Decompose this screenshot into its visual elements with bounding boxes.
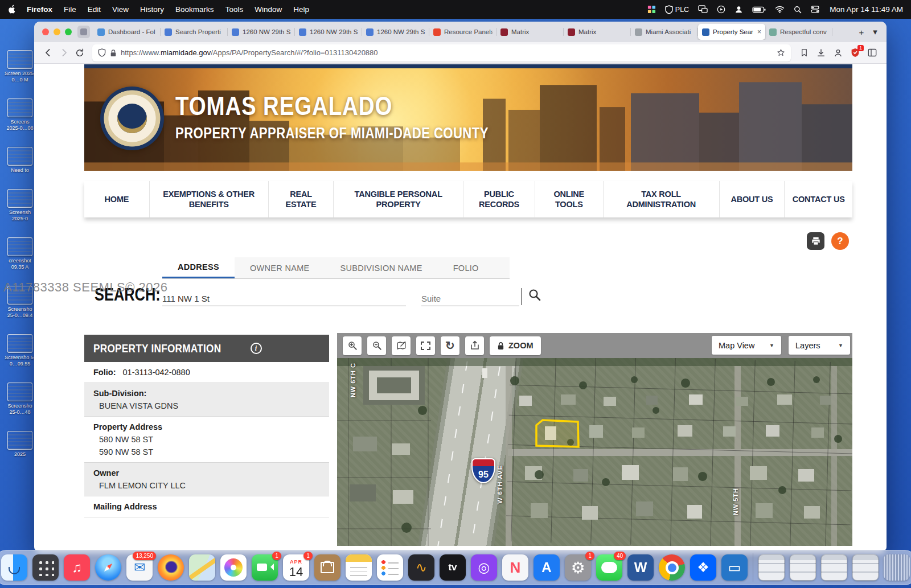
dock-chrome[interactable] xyxy=(659,554,685,581)
dock-photos[interactable] xyxy=(220,554,247,581)
print-button[interactable] xyxy=(807,232,824,250)
apple-menu-icon[interactable] xyxy=(8,5,17,15)
map-zoom-lock-button[interactable]: ZOOM xyxy=(490,336,541,355)
tab-subdivision-name[interactable]: SUBDIVISION NAME xyxy=(325,257,438,278)
nav-online-tools[interactable]: ONLINE TOOLS xyxy=(535,181,604,217)
browser-tab[interactable]: Resource Panels xyxy=(429,24,496,40)
desktop-file[interactable]: Screens 2025-0…08 xyxy=(3,98,36,131)
nav-exemptions[interactable]: EXEMPTIONS & OTHER BENEFITS xyxy=(150,181,269,217)
selected-parcel-outline[interactable] xyxy=(536,420,578,447)
control-center-icon[interactable] xyxy=(811,6,819,13)
file-thumbnail[interactable] xyxy=(7,383,32,401)
menu-tools[interactable]: Tools xyxy=(225,5,244,14)
dock-dropbox[interactable]: ❖ xyxy=(690,554,716,581)
dock-settings[interactable]: 1⚙ xyxy=(565,554,591,581)
bookmark-star-icon[interactable] xyxy=(777,48,785,57)
back-button[interactable] xyxy=(40,45,56,61)
battery-icon[interactable] xyxy=(752,6,766,13)
suite-input[interactable] xyxy=(421,291,519,306)
user-menu-icon[interactable] xyxy=(734,5,743,14)
aerial-map[interactable]: 95 NW 6TH C W 6TH AVE NW 5TH xyxy=(337,358,852,546)
wifi-icon[interactable] xyxy=(775,6,785,13)
nav-about-us[interactable]: ABOUT US xyxy=(720,181,785,217)
search-submit-icon[interactable] xyxy=(528,288,541,304)
dock-mail[interactable]: 13,250✉ xyxy=(126,554,153,581)
tab-close-icon[interactable]: × xyxy=(757,28,761,36)
file-thumbnail[interactable] xyxy=(7,147,32,166)
dock-podcasts[interactable]: ◎ xyxy=(471,554,497,581)
shield-menu-icon[interactable]: PLC xyxy=(665,5,689,14)
dock-app-store[interactable]: A xyxy=(534,554,560,581)
nav-home[interactable]: HOME xyxy=(84,181,150,217)
dock-minimized-window[interactable] xyxy=(852,554,879,581)
map-zoom-in-button[interactable] xyxy=(343,336,362,355)
file-thumbnail[interactable] xyxy=(7,334,32,353)
desktop-file[interactable]: Screen 2025-0…0 M xyxy=(3,50,36,83)
dock-remote-display[interactable]: ▭ xyxy=(721,554,748,581)
tab-owner-name[interactable]: OWNER NAME xyxy=(235,257,325,278)
nav-tangible-personal-property[interactable]: TANGIBLE PERSONAL PROPERTY xyxy=(334,181,463,217)
menu-help[interactable]: Help xyxy=(293,5,309,14)
minimize-window-button[interactable] xyxy=(54,28,60,35)
desktop-file[interactable]: Screensho 25-0…48 xyxy=(3,383,36,416)
browser-tab[interactable]: Search Properti xyxy=(161,24,228,40)
file-thumbnail[interactable] xyxy=(7,50,32,69)
browser-tab[interactable]: Matrix xyxy=(496,24,564,40)
nav-contact-us[interactable]: CONTACT US xyxy=(785,181,852,217)
reload-button[interactable] xyxy=(72,45,88,61)
help-button[interactable]: ? xyxy=(831,232,849,250)
lock-icon[interactable] xyxy=(110,49,117,57)
dock-news[interactable]: N xyxy=(502,554,528,581)
nav-tax-roll-administration[interactable]: TAX ROLL ADMINISTRATION xyxy=(604,181,720,217)
map-zoom-out-button[interactable] xyxy=(367,336,386,355)
address-search-input[interactable] xyxy=(162,291,406,306)
menu-window[interactable]: Window xyxy=(255,5,282,14)
dock-finder[interactable] xyxy=(1,554,27,581)
browser-tab-active[interactable]: Property Sear× xyxy=(698,24,765,40)
dock-reminders[interactable] xyxy=(377,554,403,581)
account-icon[interactable] xyxy=(830,44,847,61)
dock-messages[interactable]: 40 xyxy=(596,554,622,581)
menu-history[interactable]: History xyxy=(140,5,164,14)
downloads-icon[interactable] xyxy=(812,44,830,61)
file-thumbnail[interactable] xyxy=(7,431,32,450)
nav-public-records[interactable]: PUBLIC RECORDS xyxy=(463,181,535,217)
firefox-view-button[interactable] xyxy=(77,26,90,38)
dock-minimized-window[interactable] xyxy=(790,554,816,581)
forward-button[interactable] xyxy=(56,45,72,61)
menu-edit[interactable]: Edit xyxy=(88,5,101,14)
dock-minimized-window[interactable] xyxy=(821,554,847,581)
map-refresh-button[interactable]: ↻ xyxy=(441,336,459,355)
screen-mirroring-menu-icon[interactable] xyxy=(698,5,708,14)
file-thumbnail[interactable] xyxy=(7,98,32,117)
dock-music[interactable]: ♫ xyxy=(64,554,90,581)
file-thumbnail[interactable] xyxy=(7,286,32,305)
sidebar-toggle-icon[interactable] xyxy=(864,44,881,61)
map-export-button[interactable] xyxy=(465,336,484,355)
layers-dropdown[interactable]: Layers ▼ xyxy=(789,336,850,355)
adblock-shield-icon[interactable]: 1 xyxy=(847,44,864,61)
tracking-shield-icon[interactable] xyxy=(98,48,106,57)
nav-real-estate[interactable]: REAL ESTATE xyxy=(269,181,334,217)
browser-tab[interactable]: Dashboard - Fol xyxy=(93,24,161,40)
browser-tab[interactable]: Matrix xyxy=(564,24,631,40)
tab-address[interactable]: ADDRESS xyxy=(162,257,235,278)
list-tabs-button[interactable]: ▾ xyxy=(868,25,882,39)
dock-launchpad[interactable] xyxy=(32,554,59,581)
browser-tab[interactable]: 1260 NW 29th S xyxy=(295,24,362,40)
dock-maps[interactable] xyxy=(189,554,215,581)
map-select-extent-button[interactable] xyxy=(416,336,435,355)
color-grid-menu-icon[interactable] xyxy=(647,5,656,14)
desktop-file[interactable]: Need to xyxy=(3,147,36,174)
dock-calendar[interactable]: 1APR14 xyxy=(283,554,309,581)
file-thumbnail[interactable] xyxy=(7,189,32,208)
dock-firefox[interactable] xyxy=(158,554,184,581)
dock-garageband[interactable]: ∿ xyxy=(408,554,434,581)
file-thumbnail[interactable] xyxy=(7,237,32,256)
dock-facetime[interactable]: 1 xyxy=(252,554,278,581)
close-window-button[interactable] xyxy=(42,28,49,35)
map-draw-button[interactable] xyxy=(392,336,411,355)
dock-books[interactable] xyxy=(314,554,340,581)
play-menu-icon[interactable] xyxy=(717,5,725,14)
dock-minimized-window[interactable] xyxy=(758,554,785,581)
